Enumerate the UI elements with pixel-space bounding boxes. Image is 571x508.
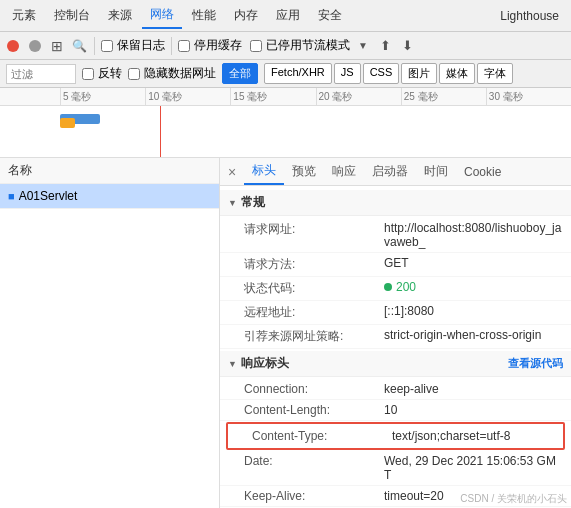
status-code-value: 200 — [384, 280, 563, 294]
filter-css-btn[interactable]: CSS — [363, 63, 400, 84]
filter-toolbar: 反转 隐藏数据网址 全部 Fetch/XHR JS CSS 图片 媒体 字体 — [0, 60, 571, 88]
right-panel: × 标头 预览 响应 启动器 时间 Cookie 常规 请求网址: http:/… — [220, 158, 571, 508]
filter-fetch-xhr-btn[interactable]: Fetch/XHR — [264, 63, 332, 84]
close-detail-button[interactable]: × — [224, 164, 240, 180]
request-url-row: 请求网址: http://localhost:8080/lishuoboy_ja… — [220, 218, 571, 253]
tick-20ms: 20 毫秒 — [316, 88, 401, 105]
invert-group: 反转 — [82, 65, 122, 82]
search-icon-btn[interactable]: 🔍 — [70, 37, 88, 55]
throttle-label: 已停用节流模式 — [266, 37, 350, 54]
filter-input[interactable] — [6, 64, 76, 84]
record-button[interactable] — [4, 37, 22, 55]
status-code-label: 状态代码: — [244, 280, 384, 297]
tab-security[interactable]: 安全 — [310, 3, 350, 28]
general-section-body: 请求网址: http://localhost:8080/lishuoboy_ja… — [220, 216, 571, 351]
filter-img-btn[interactable]: 图片 — [401, 63, 437, 84]
status-code-text: 200 — [396, 280, 416, 294]
content-type-label: Content-Type: — [252, 427, 392, 445]
status-green-dot — [384, 283, 392, 291]
remote-address-value: [::1]:8080 — [384, 304, 563, 318]
filter-font-btn[interactable]: 字体 — [477, 63, 513, 84]
dropdown-icon[interactable]: ▼ — [354, 37, 372, 55]
timeline-area: 5 毫秒 10 毫秒 15 毫秒 20 毫秒 25 毫秒 30 毫秒 — [0, 88, 571, 158]
timeline-bar-orange — [60, 118, 75, 128]
import-icon[interactable]: ⬆ — [376, 37, 394, 55]
response-headers-source-link[interactable]: 查看源代码 — [508, 356, 563, 371]
clear-icon — [29, 40, 41, 52]
tab-console[interactable]: 控制台 — [46, 3, 98, 28]
remote-address-row: 远程地址: [::1]:8080 — [220, 301, 571, 325]
tab-timing[interactable]: 时间 — [416, 159, 456, 184]
clear-button[interactable] — [26, 37, 44, 55]
request-list-header: 名称 — [0, 158, 219, 184]
timeline-bars — [60, 112, 571, 126]
tab-initiator[interactable]: 启动器 — [364, 159, 416, 184]
response-headers-body: Connection: keep-alive Content-Length: 1… — [220, 377, 571, 508]
tick-5ms: 5 毫秒 — [60, 88, 145, 105]
tab-performance[interactable]: 性能 — [184, 3, 224, 28]
request-item-icon: ■ — [8, 190, 15, 202]
hide-data-url-group: 隐藏数据网址 — [128, 65, 216, 82]
connection-label: Connection: — [244, 382, 384, 396]
filter-icon-btn[interactable]: ⊞ — [48, 37, 66, 55]
detail-content: 常规 请求网址: http://localhost:8080/lishuoboy… — [220, 186, 571, 508]
request-item-name: A01Servlet — [19, 189, 78, 203]
detail-tabs: × 标头 预览 响应 启动器 时间 Cookie — [220, 158, 571, 186]
filter-media-btn[interactable]: 媒体 — [439, 63, 475, 84]
invert-checkbox[interactable] — [82, 68, 94, 80]
tab-elements[interactable]: 元素 — [4, 3, 44, 28]
referrer-policy-label: 引荐来源网址策略: — [244, 328, 384, 345]
tick-25ms: 25 毫秒 — [401, 88, 486, 105]
invert-label: 反转 — [98, 65, 122, 82]
cache-label: 停用缓存 — [194, 37, 242, 54]
tab-memory[interactable]: 内存 — [226, 3, 266, 28]
tick-10ms: 10 毫秒 — [145, 88, 230, 105]
referrer-policy-value: strict-origin-when-cross-origin — [384, 328, 563, 342]
top-toolbar: 元素 控制台 来源 网络 性能 内存 应用 安全 Lighthouse — [0, 0, 571, 32]
left-panel: 名称 ■ A01Servlet — [0, 158, 220, 508]
hide-data-url-label: 隐藏数据网址 — [144, 65, 216, 82]
second-toolbar: ⊞ 🔍 保留日志 停用缓存 已停用节流模式 ▼ ⬆ ⬇ — [0, 32, 571, 60]
throttle-checkbox[interactable] — [250, 40, 262, 52]
content-length-value: 10 — [384, 403, 563, 417]
save-log-label: 保留日志 — [117, 37, 165, 54]
connection-value: keep-alive — [384, 382, 563, 396]
request-item[interactable]: ■ A01Servlet — [0, 184, 219, 209]
tab-preview[interactable]: 预览 — [284, 159, 324, 184]
content-type-value: text/json;charset=utf-8 — [392, 427, 555, 445]
tick-30ms: 30 毫秒 — [486, 88, 571, 105]
timeline-marker-line — [160, 106, 161, 158]
response-headers-title: 响应标头 — [241, 355, 289, 372]
referrer-policy-row: 引荐来源网址策略: strict-origin-when-cross-origi… — [220, 325, 571, 349]
cache-checkbox[interactable] — [178, 40, 190, 52]
tab-response[interactable]: 响应 — [324, 159, 364, 184]
timeline-content — [0, 106, 571, 158]
tab-network[interactable]: 网络 — [142, 2, 182, 29]
separator-1 — [94, 37, 95, 55]
cache-group: 停用缓存 — [178, 37, 242, 54]
export-icon[interactable]: ⬇ — [398, 37, 416, 55]
watermark: CSDN / 关荣机的小石头 — [460, 492, 567, 506]
content-length-row: Content-Length: 10 — [220, 400, 571, 421]
request-url-value: http://localhost:8080/lishuoboy_javaweb_ — [384, 221, 563, 249]
remote-address-label: 远程地址: — [244, 304, 384, 321]
date-value: Wed, 29 Dec 2021 15:06:53 GMT — [384, 454, 563, 482]
filter-all-btn[interactable]: 全部 — [222, 63, 258, 84]
tab-sources[interactable]: 来源 — [100, 3, 140, 28]
response-headers-section-header[interactable]: 响应标头 查看源代码 — [220, 351, 571, 377]
filter-js-btn[interactable]: JS — [334, 63, 361, 84]
general-section-header[interactable]: 常规 — [220, 190, 571, 216]
status-code-row: 状态代码: 200 — [220, 277, 571, 301]
request-method-value: GET — [384, 256, 563, 270]
record-icon — [7, 40, 19, 52]
tab-headers[interactable]: 标头 — [244, 158, 284, 185]
tab-cookies[interactable]: Cookie — [456, 161, 509, 183]
request-method-label: 请求方法: — [244, 256, 384, 273]
content-type-row: Content-Type: text/json;charset=utf-8 — [226, 422, 565, 450]
tab-application[interactable]: 应用 — [268, 3, 308, 28]
tab-lighthouse[interactable]: Lighthouse — [492, 5, 567, 27]
throttle-group: 已停用节流模式 — [250, 37, 350, 54]
request-url-label: 请求网址: — [244, 221, 384, 238]
hide-data-url-checkbox[interactable] — [128, 68, 140, 80]
save-log-checkbox[interactable] — [101, 40, 113, 52]
